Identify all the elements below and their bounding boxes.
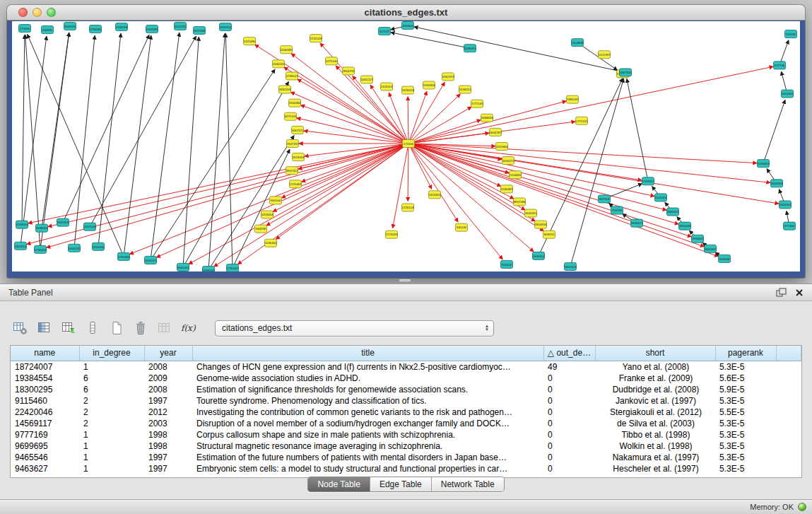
- graph-node[interactable]: 1873334: [194, 27, 206, 35]
- graph-edge[interactable]: [156, 144, 408, 257]
- graph-node[interactable]: 1791335: [118, 252, 130, 260]
- graph-node[interactable]: 2162583: [146, 25, 158, 33]
- graph-node[interactable]: 1730003: [35, 245, 47, 253]
- graph-edge[interactable]: [408, 107, 471, 144]
- graph-node[interactable]: 1275140: [326, 57, 338, 65]
- graph-node[interactable]: 1253414: [261, 211, 273, 218]
- table-cell[interactable]: Jankovic et al. (1997): [595, 395, 715, 407]
- graph-edge[interactable]: [408, 144, 408, 201]
- graph-node[interactable]: 809655: [543, 230, 555, 238]
- graph-edge[interactable]: [28, 144, 408, 223]
- table-cell[interactable]: 5.5E-5: [715, 407, 776, 418]
- graph-edge[interactable]: [304, 131, 408, 144]
- graph-edge[interactable]: [408, 97, 408, 144]
- graph-node[interactable]: 1453451: [429, 191, 441, 199]
- graph-node[interactable]: 1154808: [572, 39, 584, 47]
- graph-node[interactable]: 2200585: [281, 46, 293, 54]
- graph-node[interactable]: 1726124: [402, 204, 414, 211]
- graph-node[interactable]: 1947337: [287, 139, 299, 147]
- graph-node[interactable]: 2155506: [93, 243, 105, 250]
- table-cell[interactable]: 2008: [144, 384, 192, 395]
- graph-node[interactable]: 1646091: [464, 45, 476, 52]
- window-titlebar[interactable]: citations_edges.txt: [7, 5, 805, 21]
- table-cell[interactable]: de Silva et al. (2003): [595, 418, 715, 429]
- graph-edge[interactable]: [627, 78, 648, 181]
- show-columns-button[interactable]: [34, 318, 55, 338]
- graph-node[interactable]: 1900284: [289, 99, 301, 107]
- table-cell[interactable]: 2: [79, 407, 144, 418]
- graph-edge[interactable]: [189, 144, 408, 264]
- table-cell[interactable]: 0: [543, 418, 595, 429]
- graph-node[interactable]: 1541325: [655, 194, 667, 201]
- graph-node[interactable]: 1916127: [631, 219, 643, 227]
- delete-column-button[interactable]: [130, 318, 151, 338]
- table-cell[interactable]: 5.3E-5: [715, 440, 776, 452]
- graph-node[interactable]: 7485031: [567, 95, 579, 103]
- table-cell[interactable]: 1998: [144, 440, 192, 452]
- graph-node[interactable]: 2319455: [57, 218, 69, 226]
- table-cell[interactable]: 5.3E-5: [715, 452, 776, 463]
- graph-node[interactable]: 1850123: [565, 262, 577, 270]
- table-cell[interactable]: 2009: [144, 373, 192, 384]
- graph-edge[interactable]: [47, 144, 408, 247]
- table-cell[interactable]: Embryonic stem cells: a model to study s…: [192, 463, 543, 474]
- graph-node[interactable]: 2240487: [501, 185, 513, 193]
- table-cell[interactable]: 1998: [144, 429, 192, 440]
- table-cell[interactable]: Structural magnetic resonance image aver…: [192, 440, 543, 452]
- column-header-out_de[interactable]: △ out_de…: [543, 346, 595, 361]
- graph-node[interactable]: 2516010: [16, 221, 28, 228]
- table-cell[interactable]: 5.3E-5: [715, 429, 776, 440]
- graph-node[interactable]: 1730585: [90, 25, 102, 33]
- graph-node[interactable]: 275606: [19, 25, 31, 33]
- graph-node[interactable]: 1810046: [679, 222, 691, 230]
- table-settings-button[interactable]: [10, 318, 31, 338]
- graph-edge[interactable]: [408, 144, 678, 224]
- table-cell[interactable]: 22420046: [11, 407, 79, 418]
- table-cell[interactable]: 9777169: [11, 429, 79, 440]
- graph-node[interactable]: 677305: [784, 222, 796, 230]
- graph-node[interactable]: 1725469: [290, 180, 302, 188]
- table-row[interactable]: 946554611997Estimation of the future num…: [11, 452, 801, 463]
- table-cell[interactable]: 6: [79, 373, 144, 384]
- graph-node[interactable]: 1674918: [293, 153, 305, 161]
- table-cell[interactable]: 1997: [144, 463, 192, 474]
- graph-node[interactable]: 1604787: [490, 128, 502, 136]
- table-row[interactable]: 1938455462009Genome-wide association stu…: [11, 373, 801, 384]
- graph-node[interactable]: 1810114: [15, 242, 27, 250]
- graph-node[interactable]: 1869251: [667, 208, 679, 216]
- graph-node[interactable]: 1723433: [386, 230, 398, 238]
- graph-edge[interactable]: [408, 144, 691, 237]
- graph-node[interactable]: 944936: [255, 225, 267, 233]
- table-cell[interactable]: 0: [543, 452, 595, 463]
- table-cell[interactable]: 2: [79, 418, 144, 429]
- graph-node[interactable]: 5905132: [69, 244, 81, 252]
- table-cell[interactable]: 9699695: [11, 440, 79, 452]
- table-cell[interactable]: Investigating the contribution of common…: [192, 407, 543, 418]
- graph-node[interactable]: 206961: [42, 26, 54, 34]
- graph-node[interactable]: 1154465: [510, 171, 522, 179]
- graph-edge[interactable]: [42, 33, 69, 228]
- graph-node[interactable]: 4275126: [285, 112, 297, 120]
- table-row[interactable]: 1830029562008Estimation of significance …: [11, 384, 801, 395]
- function-builder-button[interactable]: f(x): [178, 318, 199, 338]
- graph-edge[interactable]: [408, 94, 460, 144]
- graph-edge[interactable]: [408, 144, 757, 163]
- graph-node[interactable]: 1322013: [381, 83, 393, 90]
- table-cell[interactable]: 5.3E-5: [715, 361, 776, 373]
- table-cell[interactable]: 0: [543, 440, 595, 452]
- table-cell[interactable]: 5.9E-5: [715, 384, 776, 395]
- graph-node[interactable]: 1595853: [758, 160, 770, 168]
- table-cell[interactable]: 1: [79, 440, 144, 452]
- graph-node[interactable]: 1661467: [705, 245, 717, 252]
- minimize-window-button[interactable]: [33, 8, 42, 17]
- table-cell[interactable]: 0: [543, 373, 595, 384]
- graph-node[interactable]: 1904637: [692, 235, 704, 243]
- graph-edge[interactable]: [414, 27, 625, 72]
- graph-node[interactable]: 8957586: [514, 198, 526, 206]
- table-cell[interactable]: Disruption of a novel member of a sodium…: [192, 418, 543, 429]
- graph-node[interactable]: 1558221: [459, 86, 471, 93]
- graph-node[interactable]: 1731412: [227, 264, 239, 271]
- table-cell[interactable]: 6: [79, 384, 144, 395]
- graph-node[interactable]: 1684633: [481, 114, 493, 122]
- graph-edge[interactable]: [408, 66, 773, 144]
